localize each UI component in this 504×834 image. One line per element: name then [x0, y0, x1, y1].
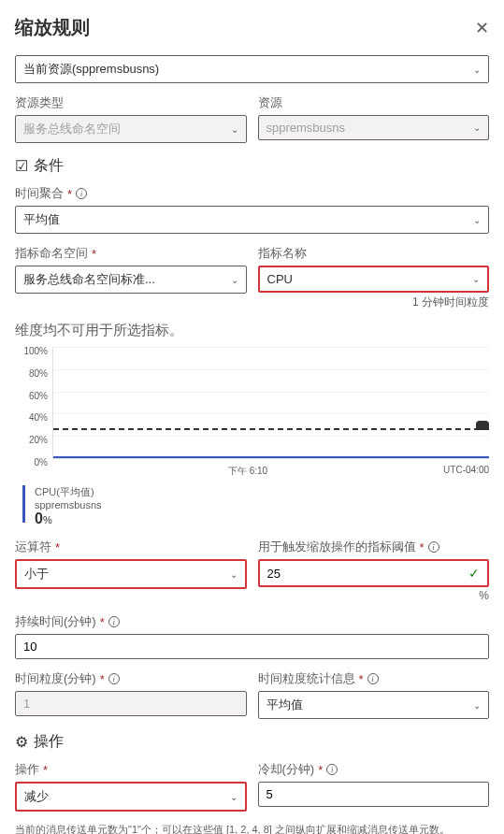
chevron-down-icon: ⌄: [230, 569, 238, 580]
time-grain-label: 时间粒度(分钟): [15, 670, 96, 687]
action-value: 减少: [24, 788, 49, 805]
required-indicator: *: [67, 187, 72, 201]
x-tick: UTC-04:00: [443, 465, 489, 478]
resource-type-dropdown: 服务总线命名空间 ⌄: [15, 115, 247, 143]
info-icon[interactable]: i: [367, 673, 379, 684]
data-line: [53, 456, 489, 458]
resource-selector-value: 当前资源(sppremsbusns): [23, 61, 159, 78]
time-grain-stat-label: 时间粒度统计信息: [258, 670, 355, 687]
action-dropdown[interactable]: 减少 ⌄: [15, 782, 247, 812]
data-spike: [476, 421, 489, 430]
time-grain-stat-dropdown[interactable]: 平均值 ⌄: [258, 691, 490, 719]
action-icon: ⚙: [15, 733, 28, 751]
required-indicator: *: [92, 247, 96, 261]
info-icon[interactable]: i: [108, 616, 120, 627]
metric-namespace-value: 服务总线命名空间标准...: [23, 271, 155, 288]
checkmark-icon: ✓: [468, 566, 480, 581]
y-tick: 60%: [15, 392, 48, 393]
cooldown-label: 冷却(分钟): [258, 761, 315, 778]
resource-selector[interactable]: 当前资源(sppremsbusns) ⌄: [15, 55, 489, 83]
page-title: 缩放规则: [15, 15, 90, 40]
required-indicator: *: [100, 615, 105, 629]
legend-metric: CPU(平均值): [35, 485, 102, 499]
required-indicator: *: [55, 540, 60, 554]
time-aggregation-dropdown[interactable]: 平均值 ⌄: [15, 206, 489, 234]
time-grain-hint: 1 分钟时间粒度: [258, 295, 490, 310]
info-icon[interactable]: i: [326, 764, 338, 775]
legend-unit: %: [43, 514, 52, 525]
metric-name-value: CPU: [267, 272, 293, 286]
time-aggregation-value: 平均值: [23, 211, 60, 228]
y-tick: 20%: [15, 436, 48, 437]
operator-value: 小于: [24, 566, 49, 582]
resource-value: sppremsbusns: [266, 121, 346, 135]
metric-name-dropdown[interactable]: CPU ⌄: [258, 266, 490, 293]
time-aggregation-label: 时间聚合: [15, 185, 64, 202]
operator-label: 运算符: [15, 539, 51, 555]
chevron-down-icon: ⌄: [473, 65, 481, 75]
chevron-down-icon: ⌄: [472, 274, 480, 284]
resource-dropdown: sppremsbusns ⌄: [258, 115, 490, 140]
time-grain-stat-value: 平均值: [266, 697, 303, 713]
required-indicator: *: [318, 763, 323, 777]
duration-input[interactable]: [15, 634, 489, 659]
close-button[interactable]: ✕: [475, 18, 489, 38]
threshold-input[interactable]: [267, 567, 469, 581]
y-tick: 0%: [15, 458, 48, 459]
chevron-down-icon: ⌄: [473, 122, 481, 133]
required-indicator: *: [420, 540, 425, 554]
helper-text: 当前的消息传送单元数为"1"个；可以在这些值 [1, 2, 4, 8] 之间纵向…: [15, 823, 489, 834]
action-title: 操作: [34, 732, 64, 752]
metric-name-label: 指标名称: [258, 245, 490, 262]
info-icon[interactable]: i: [108, 673, 120, 684]
chart-legend: CPU(平均值) sppremsbusns 0%: [15, 485, 489, 527]
x-tick: 下午 6:10: [228, 465, 267, 478]
chevron-down-icon: ⌄: [230, 792, 238, 802]
operator-dropdown[interactable]: 小于 ⌄: [15, 559, 247, 589]
required-indicator: *: [43, 763, 48, 777]
time-grain-input: [15, 691, 247, 716]
info-icon[interactable]: i: [76, 188, 87, 199]
chevron-down-icon: ⌄: [473, 700, 481, 711]
chevron-down-icon: ⌄: [473, 215, 481, 225]
metric-chart: 100% 80% 60% 40% 20% 0% 下午 6:10 UTC-04:0…: [15, 347, 489, 478]
resource-type-value: 服务总线命名空间: [23, 121, 121, 137]
threshold-unit: %: [258, 589, 490, 602]
resource-type-label: 资源类型: [15, 94, 247, 111]
close-icon: ✕: [475, 19, 489, 37]
chevron-down-icon: ⌄: [231, 124, 238, 135]
y-tick: 40%: [15, 413, 48, 414]
info-icon[interactable]: i: [428, 541, 439, 553]
chevron-down-icon: ⌄: [231, 275, 238, 285]
cooldown-input[interactable]: [258, 782, 490, 807]
metric-namespace-label: 指标命名空间: [15, 245, 88, 262]
y-tick: 80%: [15, 369, 48, 370]
legend-resource: sppremsbusns: [35, 499, 102, 510]
threshold-line: [53, 428, 489, 430]
threshold-input-wrapper[interactable]: ✓: [258, 559, 490, 587]
legend-value: 0: [35, 510, 43, 526]
condition-title: 条件: [34, 156, 64, 176]
condition-icon: ☑: [15, 157, 28, 175]
required-indicator: *: [100, 672, 105, 686]
dimension-warning: 维度均不可用于所选指标。: [15, 322, 489, 339]
action-label: 操作: [15, 761, 39, 778]
y-tick: 100%: [15, 347, 48, 348]
duration-label: 持续时间(分钟): [15, 613, 96, 630]
threshold-label: 用于触发缩放操作的指标阈值: [258, 539, 416, 555]
required-indicator: *: [359, 672, 364, 686]
metric-namespace-dropdown[interactable]: 服务总线命名空间标准... ⌄: [15, 266, 247, 294]
resource-label: 资源: [258, 94, 490, 111]
